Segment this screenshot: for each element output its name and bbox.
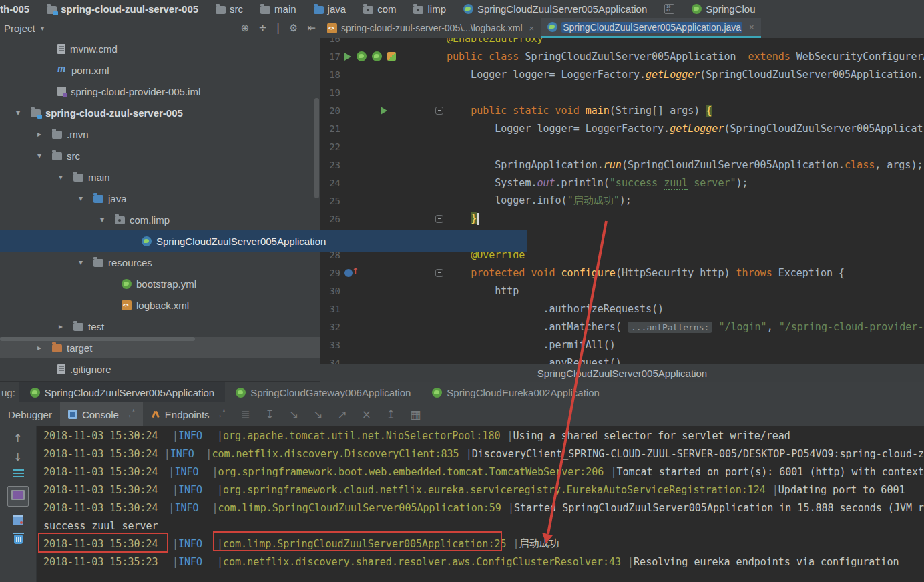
code-token: (SpringCloudZuulServer005Applicat (724, 123, 923, 135)
tree-vertical-scrollbar[interactable] (314, 98, 319, 198)
selected-toggle[interactable] (7, 486, 29, 507)
editor-breadcrumb-bar[interactable]: SpringCloudZuulServer005Application (320, 364, 924, 382)
drop-frame-icon[interactable]: × (362, 408, 371, 421)
line-number: 26 (320, 214, 340, 224)
override-marker-icon[interactable] (344, 269, 353, 277)
chevron-down-icon[interactable]: ▾ (41, 24, 45, 33)
nav-item-th-005[interactable]: th-005 (0, 3, 29, 15)
nav-item-com[interactable]: com (363, 3, 396, 15)
code-token: void (555, 105, 580, 117)
editor-tab-spring-cloud-zuul-server-005-logback-xml[interactable]: spring-cloud-zuul-server-005\...\logback… (320, 18, 541, 38)
nav-item-main[interactable]: main (260, 3, 296, 15)
debug-tab-springcloudgateway006application[interactable]: SpringCloudGateway006Application (225, 382, 421, 403)
close-icon[interactable]: × (529, 23, 535, 33)
tree-item-main[interactable]: ▾main (0, 166, 320, 188)
chevron-right-icon[interactable]: ▸ (37, 343, 52, 352)
tree-item-mvn[interactable]: ▸.mvn (0, 123, 320, 145)
line-number: 25 (320, 196, 340, 206)
pipe-separator: | (513, 537, 519, 549)
chevron-right-icon[interactable]: ▸ (59, 322, 73, 331)
code-line: 23 SpringApplication.run(SpringCloudZuul… (320, 156, 924, 174)
tree-item-logback-xml[interactable]: logback.xml (0, 294, 320, 316)
step-out-icon[interactable]: ↗ (337, 408, 346, 421)
tree-item-java[interactable]: ▾java (0, 188, 320, 209)
tree-item-com-limp[interactable]: ▾com.limp (0, 209, 320, 230)
editor-tab-springcloudzuulserver005application-java[interactable]: SpringCloudZuulServer005Application.java… (541, 18, 761, 38)
tool-tab-console[interactable]: Console→ (60, 402, 143, 426)
run-triangle-icon[interactable] (344, 53, 351, 61)
chevron-down-icon[interactable]: ▾ (100, 215, 115, 224)
clear-all-icon[interactable] (14, 535, 23, 544)
tree-item-gitignore[interactable]: .gitignore (0, 358, 320, 380)
collapse-all-icon[interactable]: ÷ (258, 22, 267, 34)
chevron-down-icon[interactable]: ▾ (79, 194, 93, 203)
chevron-down-icon[interactable]: ▾ (37, 151, 52, 160)
tree-item-test[interactable]: ▸test (0, 316, 320, 337)
nav-item-src[interactable]: src (216, 3, 243, 15)
code-token: SpringApplication. (447, 159, 604, 171)
fold-marker-icon[interactable] (435, 215, 443, 223)
nav-item-limp[interactable]: limp (413, 3, 446, 15)
force-step-into-icon[interactable]: ↘ (313, 408, 322, 421)
tree-item-resources[interactable]: ▾resources (0, 252, 320, 273)
project-panel-header[interactable]: Project ▾ ⊕÷|⚙⇤ (0, 18, 320, 39)
step-into-icon[interactable]: ↘ (289, 408, 298, 421)
console-message: |Started SpringCloudZuulServer005Applica… (508, 502, 924, 514)
pipe-separator: | (772, 484, 778, 496)
print-icon[interactable] (13, 515, 23, 525)
locate-icon[interactable]: ⊕ (241, 22, 250, 34)
next-occurrence-icon[interactable] (13, 451, 23, 461)
tree-item-src[interactable]: ▾src (0, 145, 320, 166)
debug-tab-springcloudeureka002application[interactable]: SpringCloudEureka002Application (421, 382, 610, 403)
chevron-right-icon[interactable]: ▸ (37, 129, 52, 139)
code-token: public (471, 105, 507, 117)
console-output[interactable]: 2018-11-03 15:30:24|INFO|org.apache.tomc… (37, 426, 924, 582)
run-triangle-icon[interactable] (381, 107, 387, 115)
step-over-icon[interactable]: ↧ (265, 408, 274, 421)
close-icon[interactable]: × (749, 22, 754, 32)
spring-bean-icon[interactable] (372, 51, 382, 61)
chevron-down-icon[interactable]: ▾ (79, 258, 93, 267)
code-editor[interactable]: 16@EnableZuulProxy17public class SpringC… (320, 38, 924, 381)
run-to-cursor-icon[interactable]: ↥ (386, 408, 395, 421)
fold-column (434, 174, 445, 192)
code-token: } (471, 212, 477, 224)
fold-marker-icon[interactable] (435, 107, 443, 115)
chevron-down-icon[interactable]: ▾ (59, 172, 73, 182)
tree-item-springcloudzuulserver005application[interactable]: SpringCloudZuulServer005Application (0, 230, 527, 252)
pin-arrow-icon[interactable]: → (124, 408, 135, 420)
spring-bean-icon[interactable] (357, 51, 367, 61)
debug-tab-springcloudzuulserver005application[interactable]: SpringCloudZuulServer005Application (19, 382, 225, 403)
pin-arrow-icon[interactable]: → (214, 408, 226, 420)
settings-gear-icon[interactable]: ⚙ (289, 22, 298, 34)
tree-item-spring-cloud-zuul-server-005[interactable]: ▾spring-cloud-zuul-server-005 (0, 102, 320, 123)
tree-item-spring-cloud-provider-005-iml[interactable]: spring-cloud-provider-005.iml (0, 81, 320, 102)
tool-tab-endpoints[interactable]: Endpoints→ (143, 402, 234, 426)
console-settings-icon[interactable] (13, 469, 24, 478)
project-tree[interactable]: mvnw.cmdpom.xmlspring-cloud-provider-005… (0, 38, 320, 381)
nav-item-icon[interactable] (664, 4, 674, 14)
evaluate-expression-icon[interactable]: ▦ (410, 408, 421, 421)
tree-item-bootstrap-yml[interactable]: bootstrap.yml (0, 273, 320, 294)
tree-item-pom-xml[interactable]: pom.xml (0, 59, 320, 81)
show-execution-point-icon[interactable]: ≣ (240, 408, 250, 421)
fold-marker-icon[interactable] (435, 269, 443, 277)
log-logger-text: org.springframework.cloud.netflix.eureka… (223, 484, 766, 496)
nav-item-java[interactable]: java (314, 3, 346, 15)
nav-item-springclou[interactable]: SpringClou (692, 3, 755, 15)
beans-grid-icon[interactable] (387, 52, 396, 61)
hide-panel-icon[interactable]: ⇤ (307, 22, 316, 34)
tool-tab-debugger[interactable]: Debugger (0, 402, 60, 426)
chevron-down-icon[interactable]: ▾ (16, 108, 31, 117)
nav-item-springcloudzuulserver005application[interactable]: SpringCloudZuulServer005Application (463, 3, 647, 15)
tree-item-label: bootstrap.yml (136, 278, 196, 290)
code-token (549, 105, 555, 117)
tree-horizontal-scrollbar[interactable] (0, 337, 195, 341)
folder-icon (216, 6, 226, 14)
nav-item-spring-cloud-zuul-server-005[interactable]: spring-cloud-zuul-server-005 (47, 3, 198, 15)
tree-item-mvnw-cmd[interactable]: mvnw.cmd (0, 38, 320, 59)
monitor-icon[interactable] (11, 490, 25, 500)
endpoints-icon (151, 410, 160, 419)
code-text: protected void configure(HttpSecurity ht… (445, 267, 845, 279)
prev-occurrence-icon[interactable] (13, 432, 23, 443)
